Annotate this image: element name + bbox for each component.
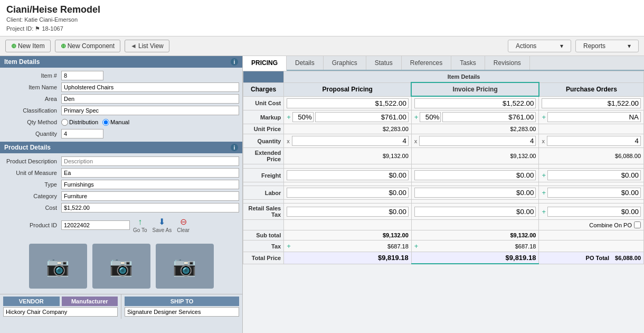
tab-pricing[interactable]: PRICING [243, 56, 287, 71]
goto-action[interactable]: ↑ Go To [133, 217, 147, 233]
po-labor-plus-icon: + [542, 189, 546, 197]
tab-status[interactable]: Status [366, 56, 402, 70]
new-item-button[interactable]: ⊕ New Item [5, 40, 51, 52]
column-headers: Charges Proposal Pricing Invoice Pricing… [243, 82, 644, 96]
header-bar: Ciani/Heise Remodel Client: Katie Ciani-… [0, 0, 644, 36]
proposal-markup-val-input[interactable] [315, 112, 409, 122]
proposal-tax-cell: + $687.18 [284, 240, 412, 252]
invoice-total-value: $9,819.18 [506, 254, 536, 262]
po-total-cell: PO Total $6,088.00 [539, 252, 644, 264]
invoice-markup-plus-icon: + [414, 113, 419, 121]
proposal-unit-cost-input[interactable] [287, 98, 409, 108]
proposal-markup-pct-input[interactable] [292, 112, 314, 122]
tab-revisions[interactable]: Revisions [485, 56, 530, 70]
invoice-unit-cost-input[interactable] [414, 98, 536, 108]
invoice-quantity-cell: x [411, 134, 539, 148]
po-unit-cost-cell [539, 96, 644, 110]
po-rst-input[interactable] [547, 207, 641, 217]
classification-row: Classification [0, 105, 242, 116]
invoice-total-cell: $9,819.18 [411, 252, 539, 264]
invoice-tax-cell: + $687.18 [411, 240, 539, 252]
unit-price-label: Unit Price [243, 124, 284, 134]
invoice-subtotal-cell: $9,132.00 [411, 230, 539, 240]
new-component-button[interactable]: ⊕ New Component [55, 40, 120, 52]
project-title: Ciani/Heise Remodel [6, 4, 638, 15]
reports-chevron-icon: ▾ [628, 42, 631, 50]
spacer-3-po [539, 200, 644, 204]
invoice-markup-val-input[interactable] [442, 112, 536, 122]
product-id-input[interactable] [61, 220, 130, 230]
qty-distribution-label: Distribution [69, 119, 98, 125]
unit-cost-label: Unit Cost [243, 96, 284, 110]
item-details-title: Item Details [4, 58, 40, 66]
item-details-subheader: Item Details [243, 71, 644, 83]
qty-method-label: Qty Method [3, 119, 61, 125]
list-view-button[interactable]: ◄ List View [125, 40, 169, 52]
item-details-section-header: Item Details i [0, 56, 242, 68]
po-freight-input[interactable] [547, 170, 641, 180]
proposal-qty-input[interactable] [292, 136, 409, 146]
item-name-input[interactable] [61, 82, 239, 92]
po-labor-input[interactable] [547, 188, 641, 198]
spacer-1-charges [243, 164, 284, 169]
clear-action[interactable]: ⊖ Clear [177, 217, 190, 233]
new-item-plus-icon: ⊕ [11, 42, 16, 50]
po-rst-cell: + [539, 204, 644, 220]
quantity-input[interactable] [61, 129, 103, 138]
extended-price-label: Extended Price [243, 148, 284, 164]
reports-dropdown[interactable]: Reports ▾ [575, 40, 639, 52]
saveas-label: Save As [153, 227, 172, 233]
tab-tasks[interactable]: Tasks [451, 56, 485, 70]
photo-2[interactable]: 📷 [92, 244, 150, 289]
proposal-freight-input[interactable] [287, 170, 409, 180]
saveas-icon: ⬇ [158, 217, 165, 227]
invoice-freight-input[interactable] [414, 170, 536, 180]
uom-row: Unit of Measure [0, 167, 242, 179]
photo-1[interactable]: 📷 [29, 244, 87, 289]
spacer-4-charges [243, 220, 284, 230]
invoice-subtotal-value: $9,132.00 [510, 232, 536, 238]
retail-sales-tax-row: Retail Sales Tax + [243, 204, 644, 220]
po-markup-val-input[interactable] [547, 112, 641, 122]
actions-dropdown[interactable]: Actions ▾ [508, 40, 571, 52]
item-name-row: Item Name [0, 81, 242, 93]
po-freight-plus-icon: + [542, 171, 546, 179]
type-input[interactable] [61, 180, 239, 189]
photo-3[interactable]: 📷 [156, 244, 214, 289]
pricing-area: Item Details Charges Proposal Pricing In… [243, 71, 644, 333]
description-input[interactable] [61, 156, 239, 166]
category-input[interactable] [61, 191, 239, 201]
invoice-freight-cell [411, 169, 539, 182]
po-qty-input[interactable] [547, 136, 641, 146]
vendor-cell: VENDOR Manufacturer [0, 294, 121, 319]
camera-3-icon: 📷 [173, 255, 196, 278]
tab-details[interactable]: Details [287, 56, 324, 70]
invoice-markup-pct-input[interactable] [420, 112, 441, 122]
vendor-input[interactable] [3, 307, 118, 317]
area-input[interactable] [61, 94, 239, 104]
qty-manual-option[interactable]: Manual [102, 119, 129, 126]
qty-distribution-radio[interactable] [61, 119, 68, 126]
cost-input[interactable] [61, 203, 239, 212]
combine-po-checkbox[interactable] [634, 221, 641, 228]
invoice-qty-input[interactable] [419, 136, 536, 146]
qty-distribution-option[interactable]: Distribution [61, 119, 98, 126]
tab-graphics[interactable]: Graphics [324, 56, 366, 70]
tab-references[interactable]: References [402, 56, 451, 70]
invoice-labor-input[interactable] [414, 188, 536, 198]
ship-to-input[interactable] [125, 307, 239, 317]
saveas-action[interactable]: ⬇ Save As [153, 217, 172, 233]
qty-manual-radio[interactable] [102, 119, 109, 126]
po-unit-cost-input[interactable] [542, 98, 641, 108]
classification-input[interactable] [61, 106, 239, 115]
uom-input[interactable] [61, 168, 239, 178]
po-subtotal-cell [539, 230, 644, 240]
po-freight-cell: + [539, 169, 644, 182]
proposal-rst-input[interactable] [287, 207, 409, 217]
list-view-label: List View [138, 42, 164, 50]
item-number-input[interactable] [61, 71, 103, 80]
po-quantity-cell: x [539, 134, 644, 148]
proposal-labor-input[interactable] [287, 188, 409, 198]
invoice-rst-input[interactable] [414, 207, 536, 217]
proposal-qty-x-icon: x [287, 138, 290, 144]
